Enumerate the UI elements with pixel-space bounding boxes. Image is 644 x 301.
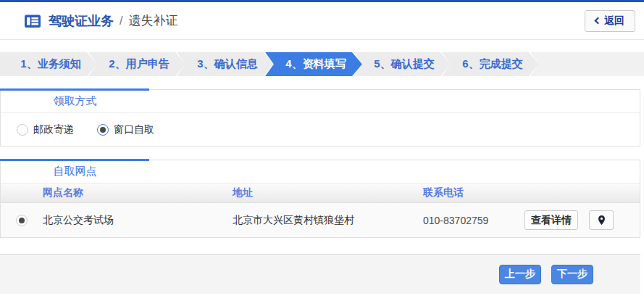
pickup-method-options: 邮政寄递 窗口自取 [1,113,640,146]
page-title: 驾驶证业务 [49,12,114,30]
pickup-outlets-section: 自取网点 网点名称 地址 联系电话 北京公交考试场 北京市大兴区黄村镇狼垡村 0… [0,160,640,238]
map-pin-button[interactable] [589,210,614,230]
back-button-label: 返回 [604,15,624,28]
step-1-business-notice[interactable]: 1、业务须知 [0,52,97,76]
row-radio-cell [1,215,43,226]
breadcrumb-separator: / [120,15,122,28]
driver-license-service-page: 驾驶证业务 / 遗失补证 返回 1、业务须知 2、用户申告 3、确认信息 4、资… [0,0,644,294]
section-title-pickup-method: 领取方式 [1,94,149,108]
radio-label: 邮政寄递 [33,123,74,136]
previous-step-button[interactable]: 上一步 [499,265,541,284]
chevron-left-icon [595,17,602,25]
column-header-address: 地址 [233,186,423,199]
radio-label: 窗口自取 [114,123,154,136]
map-pin-icon [596,215,607,226]
pickup-method-section: 领取方式 邮政寄递 窗口自取 [0,89,640,147]
radio-option-window-pickup[interactable]: 窗口自取 [97,123,154,136]
outlets-table-header: 网点名称 地址 联系电话 [1,184,640,203]
outlet-address: 北京市大兴区黄村镇狼垡村 [233,214,423,227]
action-footer: 上一步 下一步 [0,254,640,294]
radio-unchecked-icon[interactable] [17,124,28,136]
column-header-phone: 联系电话 [423,186,524,199]
step-2-user-declaration[interactable]: 2、用户申告 [88,52,185,76]
step-progress-bar: 1、业务须知 2、用户申告 3、确认信息 4、资料填写 5、确认提交 6、完成提… [0,52,644,76]
pickup-method-header: 领取方式 [1,90,640,113]
view-details-button[interactable]: 查看详情 [524,210,578,230]
step-4-fill-in-data[interactable]: 4、资料填写 [265,52,362,76]
step-6-complete-submit[interactable]: 6、完成提交 [442,52,539,76]
step-5-confirm-submit[interactable]: 5、确认提交 [354,52,451,76]
radio-option-postal-delivery[interactable]: 邮政寄递 [17,123,74,136]
license-card-icon [24,12,41,30]
step-bar-filler [530,52,644,76]
column-header-name: 网点名称 [43,186,233,199]
pickup-outlets-header: 自取网点 [1,160,640,184]
outlet-phone: 010-83702759 [423,215,524,226]
next-step-button[interactable]: 下一步 [551,265,593,284]
breadcrumb-current: 遗失补证 [128,12,177,29]
section-title-pickup-outlets: 自取网点 [1,165,149,178]
back-button[interactable]: 返回 [585,10,635,32]
step-3-confirm-info[interactable]: 3、确认信息 [177,52,274,76]
radio-checked-icon[interactable] [97,124,109,136]
outlet-name: 北京公交考试场 [43,214,233,227]
row-actions: 查看详情 [524,210,614,230]
row-radio-checked-icon[interactable] [16,215,28,226]
table-row[interactable]: 北京公交考试场 北京市大兴区黄村镇狼垡村 010-83702759 查看详情 [1,203,640,237]
page-header: 驾驶证业务 / 遗失补证 返回 [0,2,644,40]
